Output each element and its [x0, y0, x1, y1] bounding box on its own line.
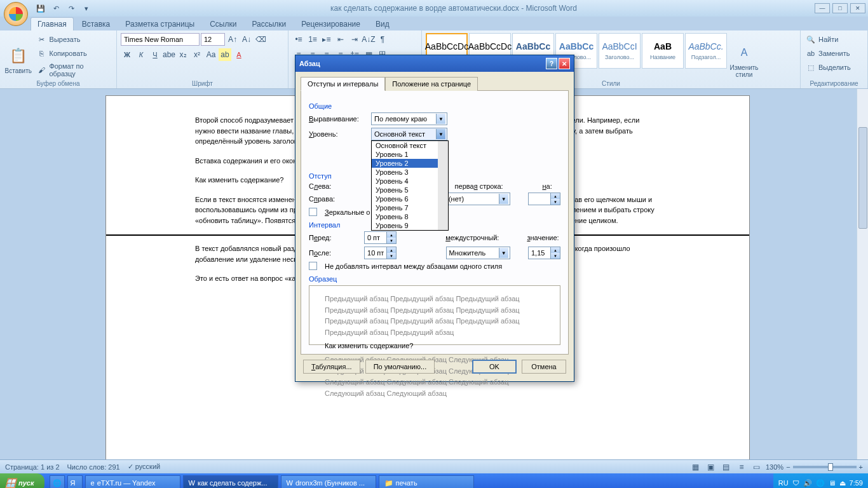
subscript-button[interactable]: x₂	[177, 48, 189, 61]
tab-insert[interactable]: Вставка	[75, 17, 118, 30]
dropdown-item[interactable]: Уровень 2	[372, 159, 448, 168]
dialog-tab-indents[interactable]: Отступы и интервалы	[301, 77, 385, 91]
print-layout-view-icon[interactable]: ▦	[689, 461, 702, 473]
draft-view-icon[interactable]: ▭	[750, 461, 763, 473]
after-spinner[interactable]: ▲▼	[364, 247, 397, 259]
redo-icon[interactable]: ↷	[65, 2, 78, 15]
default-button[interactable]: По умолчанию...	[365, 360, 435, 374]
dropdown-item[interactable]: Уровень 1	[372, 150, 448, 159]
superscript-button[interactable]: x²	[191, 48, 203, 61]
linespacing-combo[interactable]: Множитель▼	[446, 247, 510, 259]
taskbar-item[interactable]: Wdronx3m (Бунчиков ...	[281, 475, 376, 488]
dropdown-item[interactable]: Уровень 7	[372, 203, 448, 212]
at-spinner[interactable]: ▲▼	[528, 247, 560, 259]
select-button[interactable]: ⬚Выделить	[804, 61, 852, 74]
change-styles-button[interactable]: A Изменить стили	[729, 33, 759, 87]
zoom-in-button[interactable]: +	[859, 463, 863, 471]
word-count[interactable]: Число слов: 291	[67, 463, 120, 471]
maximize-button[interactable]: □	[832, 3, 848, 13]
zoom-out-button[interactable]: −	[786, 463, 790, 471]
system-tray[interactable]: RU 🛡 🔊 🌐 🖥 ⏏ 7:59	[773, 473, 868, 488]
alignment-combo[interactable]: По левому краю▼	[371, 112, 447, 125]
tray-icon[interactable]: ⏏	[839, 479, 846, 487]
tab-layout[interactable]: Разметка страницы	[118, 17, 201, 30]
noaddspace-checkbox[interactable]	[309, 262, 317, 270]
minimize-button[interactable]: —	[815, 3, 830, 13]
tray-icon[interactable]: 🛡	[792, 479, 799, 487]
ok-button[interactable]: OK	[472, 360, 517, 374]
firstline-by-spinner[interactable]: ▲▼	[528, 193, 560, 205]
outline-view-icon[interactable]: ≡	[735, 461, 748, 473]
zoom-thumb[interactable]	[828, 463, 833, 471]
underline-button[interactable]: Ч	[149, 48, 161, 61]
start-button[interactable]: 🪟 пуск	[0, 473, 44, 488]
dialog-help-button[interactable]: ?	[546, 58, 557, 69]
dropdown-item[interactable]: Уровень 6	[372, 194, 448, 203]
clear-format-icon[interactable]: ⌫	[254, 33, 267, 46]
vertical-scrollbar[interactable]	[857, 89, 868, 459]
dropdown-item[interactable]: Уровень 3	[372, 168, 448, 177]
zoom-level[interactable]: 130%	[766, 463, 783, 471]
italic-button[interactable]: К	[135, 48, 147, 61]
increase-indent-button[interactable]: ⇥	[348, 33, 361, 46]
close-button[interactable]: ✕	[850, 3, 865, 13]
sort-button[interactable]: A↓Z	[362, 33, 375, 46]
dropdown-item[interactable]: Основной текст	[372, 141, 448, 150]
before-spinner[interactable]: ▲▼	[364, 231, 397, 244]
strike-button[interactable]: abе	[163, 48, 175, 61]
level-dropdown[interactable]: Основной текстУровень 1Уровень 2Уровень …	[371, 140, 449, 231]
dropdown-item[interactable]: Уровень 9	[372, 221, 448, 230]
scrollbar-thumb[interactable]	[858, 127, 867, 229]
replace-button[interactable]: abЗаменить	[804, 47, 852, 60]
font-size-combo[interactable]	[201, 33, 225, 46]
taskbar-item[interactable]: eeTXT.ru — Yandex	[85, 475, 180, 488]
office-button[interactable]	[4, 2, 28, 26]
bold-button[interactable]: Ж	[121, 48, 133, 61]
cancel-button[interactable]: Отмена	[522, 360, 566, 374]
tab-home[interactable]: Главная	[31, 17, 74, 30]
dropdown-scrollbar[interactable]	[438, 141, 448, 230]
dropdown-item[interactable]: Уровень 5	[372, 186, 448, 194]
format-painter-button[interactable]: 🖌Формат по образцу	[36, 61, 112, 79]
shrink-font-icon[interactable]: A↓	[240, 33, 253, 46]
change-case-button[interactable]: Aa	[205, 48, 217, 61]
tray-lang[interactable]: RU	[778, 479, 789, 487]
tray-icon[interactable]: 🖥	[829, 479, 836, 487]
grow-font-icon[interactable]: A↑	[226, 33, 239, 46]
level-combo[interactable]: Основной текст▼	[371, 128, 447, 140]
font-color-button[interactable]: A	[233, 48, 245, 61]
fullscreen-view-icon[interactable]: ▣	[705, 461, 717, 473]
style-item[interactable]: AaBbCcIЗаголово...	[599, 33, 641, 69]
style-item[interactable]: AaBНазвание	[642, 33, 684, 69]
decrease-indent-button[interactable]: ⇤	[334, 33, 347, 46]
copy-button[interactable]: ⎘Копировать	[36, 47, 112, 60]
save-icon[interactable]: 💾	[34, 2, 47, 15]
zoom-slider[interactable]	[793, 466, 857, 468]
dropdown-item[interactable]: Уровень 4	[372, 177, 448, 186]
tabs-button[interactable]: Табуляция...	[303, 360, 360, 374]
tray-clock[interactable]: 7:59	[850, 479, 863, 487]
firstline-combo[interactable]: (нет)▼	[445, 193, 510, 205]
undo-icon[interactable]: ↶	[50, 2, 62, 15]
font-name-combo[interactable]	[121, 33, 200, 46]
language-status[interactable]: ✓ русский	[128, 463, 161, 471]
paste-button[interactable]: 📋 Вставить	[4, 33, 33, 87]
tab-review[interactable]: Рецензирование	[294, 17, 367, 30]
taskbar-item[interactable]: 📁печать	[379, 475, 474, 488]
dialog-close-button[interactable]: ✕	[559, 58, 570, 69]
numbering-button[interactable]: 1≡	[306, 33, 319, 46]
dialog-titlebar[interactable]: Абзац ? ✕	[295, 55, 574, 72]
highlight-button[interactable]: ab	[219, 48, 231, 61]
tray-icon[interactable]: 🔊	[803, 479, 812, 487]
tab-mailings[interactable]: Рассылки	[245, 17, 293, 30]
bullets-button[interactable]: •≡	[292, 33, 305, 46]
web-view-icon[interactable]: ▤	[720, 461, 733, 473]
mirror-checkbox[interactable]	[309, 208, 317, 216]
tab-view[interactable]: Вид	[369, 17, 397, 30]
show-marks-button[interactable]: ¶	[376, 33, 389, 46]
find-button[interactable]: 🔍Найти	[804, 33, 852, 46]
style-item[interactable]: AaBbCc.Подзагол...	[685, 33, 727, 69]
tab-references[interactable]: Ссылки	[203, 17, 243, 30]
page-status[interactable]: Страница: 1 из 2	[5, 463, 60, 471]
qat-more-icon[interactable]: ▾	[80, 2, 93, 15]
